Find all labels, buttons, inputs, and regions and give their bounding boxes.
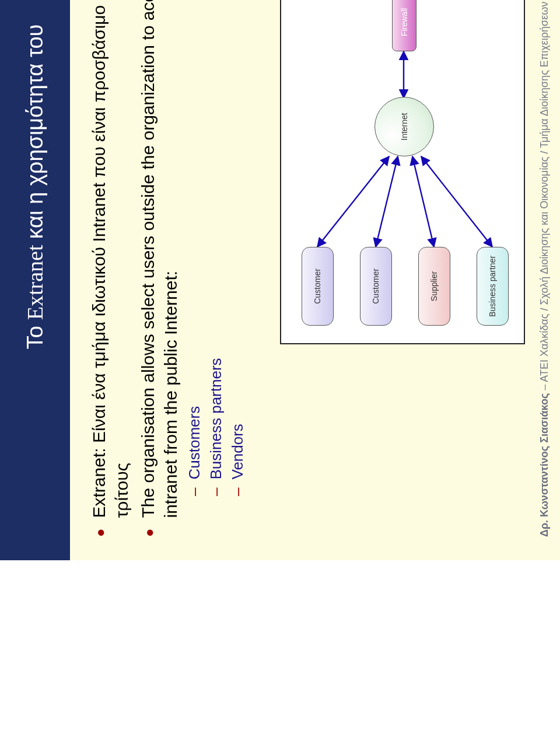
dash-icon: – [207,488,225,496]
node-customer-1: Customer [302,247,334,326]
sub-bullet-text: Vendors [229,424,247,479]
dash-icon: – [186,488,204,496]
bullet-1: ● Extranet: Είναι ένα τμήμα ιδιωτικού In… [88,0,133,537]
node-label: Customer [313,268,323,304]
footer-author-name: Δρ. Κωνσταντίνος Σιασιάκος [538,393,550,537]
node-label: Business partner [488,256,498,317]
sub-bullet-text: Customers [186,406,204,480]
title-emph: Extranet [22,245,48,320]
node-label: Firewall [400,8,410,36]
bullet-icon: ● [91,529,109,537]
slide-title-band: Το Extranet και η χρησιμότητα του [0,0,70,560]
bullet-icon: ● [140,529,158,537]
title-pre: Το [23,326,48,349]
dash-icon: – [229,488,247,496]
bullet-2-text: The organisation allows select users out… [136,0,182,518]
node-customer-2: Customer [360,247,392,326]
bullet-1-text: Extranet: Είναι ένα τμήμα ιδιωτικού Intr… [88,0,133,518]
node-business-partner: Business partner [477,247,509,326]
slide: Το Extranet και η χρησιμότητα του ● Extr… [0,0,560,560]
sub-bullet-customers: – Customers [186,0,204,496]
sub-bullet-vendors: – Vendors [229,0,247,496]
sub-bullet-text: Business partners [207,358,225,479]
slide-body: ● Extranet: Είναι ένα τμήμα ιδιωτικού In… [88,0,247,537]
svg-line-3 [421,156,492,247]
sub-bullet-business-partners: – Business partners [207,0,225,496]
node-firewall: Firewall [392,0,416,51]
node-label: Customer [371,268,381,304]
svg-line-2 [412,156,434,247]
footer-author-affil: – ΑΤΕΙ Χαλκίδας / Σχολή Διοίκησης και Οι… [538,2,550,393]
node-label: Internet [400,113,409,140]
bullet-2: ● The organisation allows select users o… [136,0,182,537]
extranet-diagram: Customer Customer Supplier Business part… [280,0,525,344]
node-supplier: Supplier [418,247,450,326]
title-post: και η χρησιμότητα του [23,25,48,239]
slide-footer: Δρ. Κωνσταντίνος Σιασιάκος – ΑΤΕΙ Χαλκίδ… [538,0,551,537]
footer-author: Δρ. Κωνσταντίνος Σιασιάκος – ΑΤΕΙ Χαλκίδ… [538,2,551,537]
node-label: Supplier [429,271,439,301]
node-internet: Internet [374,97,434,156]
